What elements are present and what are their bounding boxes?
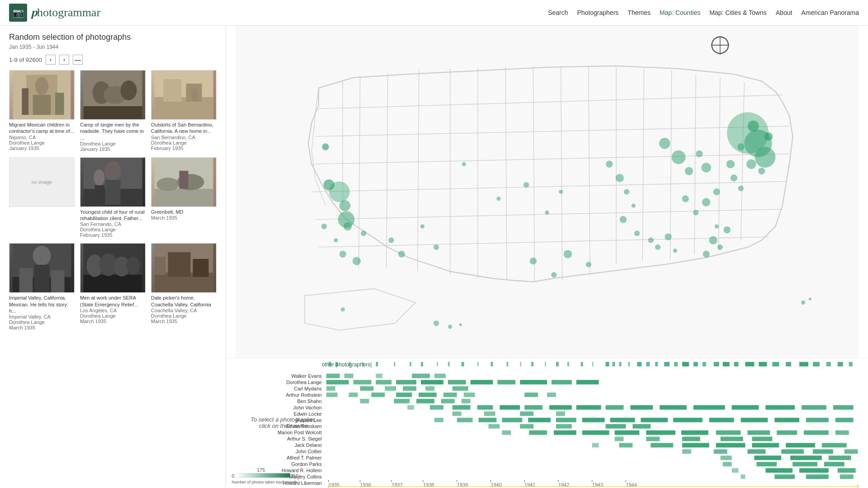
svg-point-109: [809, 298, 811, 300]
svg-rect-23: [155, 189, 213, 206]
svg-rect-115: [349, 362, 351, 366]
nav-photographers[interactable]: Photographers: [577, 9, 619, 16]
photographer-howard-hollem[interactable]: Howard R. Hollem: [282, 468, 322, 473]
photo-photographer-4: Dorothea Lange: [80, 227, 146, 232]
svg-point-18: [105, 161, 121, 181]
nav-map-counties[interactable]: Map: Counties: [660, 9, 700, 16]
nav-map-cities[interactable]: Map: Cities & Towns: [709, 9, 767, 16]
photographer-walker-evans[interactable]: Walker Evans: [292, 373, 322, 379]
photo-location-6: Imperial Valley, CA: [9, 314, 75, 319]
svg-rect-155: [826, 362, 831, 366]
svg-rect-209: [833, 405, 854, 410]
photo-card-6[interactable]: Imperial Valley, California. Mexican. He…: [9, 243, 75, 330]
svg-rect-208: [802, 405, 826, 410]
right-panel: other photographers|: [226, 26, 868, 488]
svg-rect-12: [155, 97, 213, 119]
svg-rect-225: [741, 418, 768, 422]
collapse-button[interactable]: —: [73, 55, 83, 65]
photographer-jack-delano[interactable]: Jack Delano: [294, 442, 321, 448]
photographer-edwin-locke[interactable]: Edwin Locke: [294, 411, 322, 417]
photographer-gordon-parks[interactable]: Gordon Parks: [291, 461, 322, 467]
pagination-controls: 1-9 of 92600 ‹ › —: [9, 55, 217, 65]
svg-rect-43: [155, 257, 166, 275]
svg-point-104: [341, 307, 345, 311]
svg-rect-125: [491, 362, 493, 366]
photographer-arthur-siegel[interactable]: Arthur S. Siegel: [287, 436, 322, 441]
svg-rect-247: [646, 436, 660, 441]
photo-grid: Migrant Mexican children in contractor's…: [9, 70, 217, 330]
svg-rect-127: [520, 362, 521, 366]
svg-rect-193: [462, 399, 471, 404]
next-page-button[interactable]: ›: [59, 55, 69, 65]
svg-rect-250: [752, 436, 772, 441]
svg-rect-148: [734, 362, 739, 366]
svg-rect-134: [606, 362, 609, 366]
photographer-russell-lee[interactable]: Russell Lee: [296, 418, 321, 423]
svg-rect-252: [619, 443, 632, 447]
photo-card-0[interactable]: Migrant Mexican children in contractor's…: [9, 70, 75, 152]
photographer-john-vachon[interactable]: John Vachon: [293, 405, 322, 410]
svg-rect-279: [806, 474, 829, 479]
svg-rect-130: [556, 362, 559, 366]
svg-point-73: [620, 216, 627, 223]
svg-rect-150: [759, 362, 767, 366]
photo-card-8[interactable]: Date picker's home. Coachella Valley, Ca…: [151, 243, 217, 330]
svg-rect-137: [628, 362, 630, 366]
svg-rect-126: [506, 362, 508, 366]
svg-rect-34: [84, 275, 142, 292]
photographer-john-collier[interactable]: John Collier: [296, 449, 322, 454]
photographer-alfred-palmer[interactable]: Alfred T. Palmer: [287, 455, 322, 460]
svg-rect-223: [673, 418, 703, 422]
photographer-carl-mydans[interactable]: Carl Mydans: [294, 386, 322, 391]
photo-card-4[interactable]: Youngest child of four of rural rehabili…: [80, 157, 146, 238]
timeline-svg: other photographers|: [226, 358, 868, 488]
svg-rect-258: [822, 443, 847, 447]
logo[interactable]: 📷 𝐩hotogrammar: [9, 4, 100, 22]
svg-rect-269: [723, 462, 732, 466]
svg-rect-196: [453, 405, 471, 410]
svg-rect-181: [349, 393, 358, 397]
photographer-dorothea-lange[interactable]: Dorothea Lange: [286, 380, 322, 385]
svg-point-53: [329, 182, 350, 202]
svg-rect-164: [353, 380, 371, 385]
photo-location-4: San Fernando, CA: [80, 221, 146, 227]
svg-point-105: [434, 320, 439, 326]
nav-search[interactable]: Search: [548, 9, 568, 16]
svg-rect-274: [765, 468, 793, 473]
photo-card-1[interactable]: Camp of single men by the roadside. They…: [80, 70, 146, 152]
prev-page-button[interactable]: ‹: [46, 55, 56, 65]
svg-rect-13: [164, 79, 182, 102]
photo-card-2[interactable]: Outskirts of San Bernardino, California.…: [151, 70, 217, 152]
photo-thumb-3: [9, 157, 75, 207]
svg-point-2: [35, 77, 48, 95]
svg-rect-179: [453, 386, 468, 391]
photographer-marion-post-wolcott[interactable]: Marion Post Wolcott: [278, 430, 322, 435]
photographer-arthur-rothstein[interactable]: Arthur Rothstein: [286, 392, 322, 398]
svg-rect-246: [614, 436, 623, 441]
svg-point-99: [715, 224, 719, 228]
photographer-edwin-rosskam[interactable]: Edwin Rosskam: [286, 423, 322, 429]
svg-rect-189: [360, 399, 369, 404]
svg-rect-245: [835, 430, 849, 435]
nav-themes[interactable]: Themes: [627, 9, 651, 16]
nav-american-panorama[interactable]: American Panorama: [801, 9, 859, 16]
photo-location-8: Coachella Valley, CA: [151, 308, 217, 313]
svg-rect-227: [806, 418, 829, 422]
svg-rect-207: [765, 405, 795, 410]
svg-rect-177: [403, 386, 416, 391]
svg-rect-19: [105, 180, 121, 205]
nav-about[interactable]: About: [776, 9, 793, 16]
svg-point-48: [334, 238, 338, 242]
svg-rect-180: [326, 393, 338, 397]
photo-card-7[interactable]: Men at work under SERA (State Emergency …: [80, 243, 146, 330]
svg-rect-216: [479, 418, 497, 422]
svg-rect-195: [430, 405, 443, 410]
photo-card-5[interactable]: Greenbelt, MD March 1935: [151, 157, 217, 238]
svg-rect-136: [619, 362, 621, 366]
map-container[interactable]: [226, 26, 868, 358]
photographer-ben-shahn[interactable]: Ben Shahn: [297, 399, 322, 404]
photo-desc-8: Date picker's home. Coachella Valley, Ca…: [151, 295, 217, 308]
logo-text: 𝐩hotogrammar: [31, 6, 100, 19]
svg-text:175: 175: [257, 467, 265, 473]
svg-rect-270: [756, 462, 777, 466]
